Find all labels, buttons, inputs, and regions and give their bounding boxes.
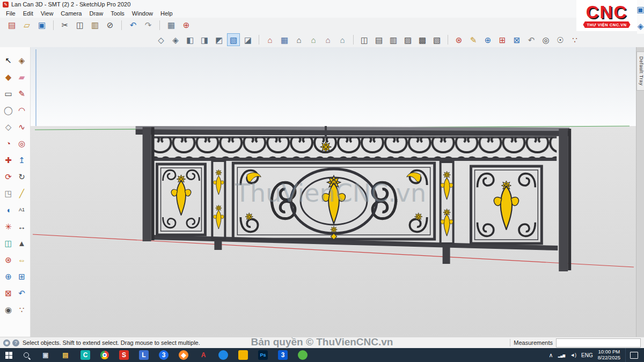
rotate-tool-icon[interactable]: ⟳ bbox=[2, 168, 15, 185]
left-view-icon[interactable]: ⌂ bbox=[336, 33, 349, 46]
look-around-icon[interactable]: ☉ bbox=[554, 33, 567, 46]
status-geolocation-icon[interactable]: ◉ bbox=[3, 339, 10, 346]
style-xray-icon[interactable]: ▧ bbox=[227, 33, 240, 46]
follow-me-tool-icon[interactable]: ↻ bbox=[15, 168, 28, 185]
erase-icon[interactable]: ⊘ bbox=[104, 19, 116, 32]
fog-icon[interactable]: ▩ bbox=[416, 33, 429, 46]
previous-view-icon[interactable]: ↶ bbox=[525, 33, 538, 46]
cut-icon[interactable]: ✂ bbox=[58, 19, 71, 32]
status-help-icon[interactable]: ? bbox=[12, 339, 19, 346]
section-fill-icon[interactable]: ▥ bbox=[387, 33, 400, 46]
section-cuts-icon[interactable]: ▤ bbox=[372, 33, 385, 46]
dimension-tool-icon[interactable]: ↔ bbox=[15, 218, 28, 235]
side-panel-icon-bottom[interactable]: ◈ bbox=[634, 19, 644, 32]
copy-icon[interactable]: ◫ bbox=[74, 19, 86, 32]
orbit-tool-icon[interactable]: ⊛ bbox=[2, 252, 15, 268]
redo-icon[interactable]: ↷ bbox=[142, 19, 155, 32]
taskbar-task-view-icon[interactable]: ▣ bbox=[41, 350, 50, 360]
style-back-edges-icon[interactable]: ◪ bbox=[241, 33, 254, 46]
zoom-icon[interactable]: ⊕ bbox=[481, 33, 494, 46]
rectangle-tool-icon[interactable]: ▭ bbox=[2, 85, 15, 102]
position-camera-tool-icon[interactable]: ◉ bbox=[2, 301, 15, 318]
save-icon[interactable]: ▣ bbox=[35, 19, 48, 32]
taskbar-3ds-icon[interactable]: 3 bbox=[278, 350, 288, 360]
style-hidden-line-icon[interactable]: ◈ bbox=[169, 33, 182, 46]
language-indicator[interactable]: ENG bbox=[581, 352, 593, 358]
start-button[interactable] bbox=[0, 348, 17, 362]
circle-tool-icon[interactable]: ◯ bbox=[2, 102, 15, 119]
menu-item-view[interactable]: View bbox=[37, 9, 57, 18]
menu-item-edit[interactable]: Edit bbox=[19, 9, 37, 18]
section-plane-display-icon[interactable]: ◫ bbox=[358, 33, 371, 46]
select-tool-icon[interactable]: ↖ bbox=[2, 52, 15, 69]
push-pull-tool-icon[interactable]: ↥ bbox=[15, 152, 28, 168]
arc-tool-icon[interactable]: ◠ bbox=[15, 102, 28, 119]
line-tool-icon[interactable]: ✎ bbox=[15, 85, 28, 102]
style-shaded-icon[interactable]: ◧ bbox=[184, 33, 196, 46]
extension-warehouse-icon[interactable]: ⊕ bbox=[180, 19, 193, 32]
taskbar-autocad-icon[interactable]: A bbox=[199, 350, 208, 360]
side-panel-icon-top[interactable]: ▣ bbox=[634, 3, 644, 16]
taskbar-yellow-app-icon[interactable] bbox=[238, 350, 248, 360]
text-tool-icon[interactable]: A1 bbox=[15, 202, 28, 218]
default-tray-tab[interactable]: Default Tray bbox=[636, 51, 644, 91]
menu-item-file[interactable]: File bbox=[2, 9, 19, 18]
taskbar-capcut-icon[interactable]: C bbox=[80, 350, 90, 360]
menu-item-tools[interactable]: Tools bbox=[107, 9, 128, 18]
zoom-window-icon[interactable]: ⊞ bbox=[496, 33, 509, 46]
zoom-window-tool-icon[interactable]: ⊞ bbox=[15, 268, 28, 285]
walk-tool-icon[interactable]: ∵ bbox=[15, 301, 28, 318]
viewport-3d[interactable]: ThuVienCNC.vn bbox=[31, 47, 636, 337]
three-d-text-tool-icon[interactable]: ▲ bbox=[15, 235, 28, 252]
taskbar-photoshop-icon[interactable]: Ps bbox=[258, 350, 268, 360]
taskbar-layout-icon[interactable]: L bbox=[139, 350, 149, 360]
new-file-icon[interactable]: ▤ bbox=[5, 19, 18, 32]
undo-icon[interactable]: ↶ bbox=[127, 19, 140, 32]
style-monochrome-icon[interactable]: ◩ bbox=[213, 33, 225, 46]
protractor-icon[interactable]: ◖ bbox=[2, 202, 15, 218]
position-camera-icon[interactable]: ◎ bbox=[539, 33, 552, 46]
taskbar-browser-icon[interactable] bbox=[218, 350, 228, 360]
top-view-icon[interactable]: ▦ bbox=[278, 33, 291, 46]
print-icon[interactable]: ▦ bbox=[165, 19, 178, 32]
make-component-icon[interactable]: ◈ bbox=[15, 52, 28, 69]
previous-view-tool-icon[interactable]: ↶ bbox=[15, 285, 28, 301]
paste-icon[interactable]: ▥ bbox=[89, 19, 101, 32]
menu-item-camera[interactable]: Camera bbox=[57, 9, 85, 18]
zoom-extents-icon[interactable]: ⊠ bbox=[510, 33, 523, 46]
walk-icon[interactable]: ∵ bbox=[568, 33, 581, 46]
measurements-input[interactable] bbox=[556, 338, 641, 348]
back-edges-icon[interactable]: ▧ bbox=[430, 33, 443, 46]
offset-tool-icon[interactable]: ◎ bbox=[15, 135, 28, 152]
taskbar-file-explorer-icon[interactable]: ▤ bbox=[61, 350, 70, 360]
zoom-extents-tool-icon[interactable]: ⊠ bbox=[2, 285, 15, 301]
section-plane-tool-icon[interactable]: ◫ bbox=[2, 235, 15, 252]
zoom-tool-icon[interactable]: ⊕ bbox=[2, 268, 15, 285]
pie-tool-icon[interactable]: ◔ bbox=[2, 135, 15, 152]
menu-item-help[interactable]: Help bbox=[157, 9, 177, 18]
scale-tool-icon[interactable]: ◳ bbox=[2, 185, 15, 202]
menu-item-window[interactable]: Window bbox=[128, 9, 157, 18]
taskbar-green-app-icon[interactable] bbox=[298, 350, 308, 360]
right-view-icon[interactable]: ⌂ bbox=[307, 33, 320, 46]
tray-chevron-icon[interactable]: ∧ bbox=[549, 352, 553, 359]
taskbar-clock[interactable]: 10:00 PM 8/22/2025 bbox=[598, 349, 620, 361]
style-shaded-textures-icon[interactable]: ◨ bbox=[198, 33, 211, 46]
paint-bucket-icon[interactable]: ◆ bbox=[2, 69, 15, 85]
axes-tool-icon[interactable]: ✳ bbox=[2, 218, 15, 235]
taskbar-chrome-icon[interactable] bbox=[100, 351, 109, 359]
orbit-icon[interactable]: ⊛ bbox=[452, 33, 465, 46]
tape-measure-icon[interactable]: ╱ bbox=[15, 185, 28, 202]
open-file-icon[interactable]: ▱ bbox=[20, 19, 33, 32]
move-tool-icon[interactable]: ✚ bbox=[2, 152, 15, 168]
front-view-icon[interactable]: ⌂ bbox=[292, 33, 305, 46]
taskbar-search-icon[interactable] bbox=[23, 351, 31, 359]
taskbar-sketchup-icon[interactable]: S bbox=[119, 350, 129, 360]
action-center-button[interactable] bbox=[625, 348, 642, 362]
taskbar-flame-icon[interactable]: ◆ bbox=[179, 350, 188, 360]
pan-tool-icon[interactable]: ⇔ bbox=[15, 252, 28, 268]
menu-item-draw[interactable]: Draw bbox=[85, 9, 107, 18]
iso-view-icon[interactable]: ⌂ bbox=[264, 33, 276, 46]
shadows-icon[interactable]: ▨ bbox=[401, 33, 414, 46]
tray-volume-icon[interactable]: ◄) bbox=[570, 352, 576, 358]
